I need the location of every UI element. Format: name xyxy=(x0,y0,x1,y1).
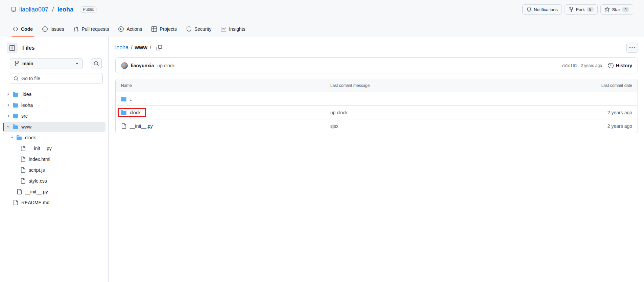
tree-item-clock[interactable]: clock xyxy=(3,133,105,143)
table-header-row: Name Last commit message Last commit dat… xyxy=(116,79,638,92)
notifications-button[interactable]: Notifications xyxy=(522,4,562,15)
tab-label: Actions xyxy=(126,26,142,32)
repo-owner-link[interactable]: liaoliao007 xyxy=(19,6,48,13)
file-icon xyxy=(20,146,26,151)
column-header-date: Last commit date xyxy=(570,83,638,88)
go-to-file-box xyxy=(10,73,103,84)
header-actions: Notifications Fork 8 Star 4 xyxy=(522,4,633,15)
collapse-sidebar-button[interactable] xyxy=(7,43,18,53)
breadcrumb-current: www xyxy=(135,45,147,51)
pull-request-icon xyxy=(73,26,79,32)
table-row-parent-dir[interactable]: .. xyxy=(116,92,638,106)
chevron-down-icon[interactable] xyxy=(10,135,17,140)
graph-icon xyxy=(221,26,226,32)
tree-item-label: leoha xyxy=(21,102,33,108)
file-icon xyxy=(20,178,26,184)
commit-author-link[interactable]: liaoyunxia xyxy=(131,63,154,68)
avatar[interactable] xyxy=(121,62,128,69)
table-row-init-py[interactable]: __init__.py sjsx 2 years ago xyxy=(116,119,638,133)
tree-item-src[interactable]: src xyxy=(3,111,105,121)
tab-code[interactable]: Code xyxy=(8,21,38,37)
init-py-file-link[interactable]: __init__.py xyxy=(121,123,153,129)
commit-date-cell: 2 years ago xyxy=(607,110,632,115)
tree-item-style-css[interactable]: style.css xyxy=(3,176,105,186)
chevron-down-icon xyxy=(76,63,78,65)
latest-commit-bar: liaoyunxia up clock 7e1d161 · 2 years ag… xyxy=(115,57,638,73)
history-button[interactable]: History xyxy=(608,63,632,68)
star-count: 4 xyxy=(622,7,629,12)
tree-item-index-html[interactable]: index.html xyxy=(3,154,105,164)
folder-open-icon xyxy=(13,124,18,130)
column-header-message: Last commit message xyxy=(330,83,570,88)
repo-name-link[interactable]: leoha xyxy=(57,6,73,13)
tree-item-leoha[interactable]: leoha xyxy=(3,100,105,110)
commit-message-link[interactable]: up clock xyxy=(157,63,174,68)
folder-open-icon xyxy=(17,135,22,140)
repo-title-separator: / xyxy=(51,6,54,13)
tab-actions[interactable]: Actions xyxy=(114,21,147,37)
tab-label: Insights xyxy=(229,26,245,32)
repo-tab-nav: Code Issues Pull requests Actions Projec… xyxy=(0,19,644,37)
commit-message-link[interactable]: sjsx xyxy=(330,123,338,129)
fork-icon xyxy=(569,7,574,12)
copy-path-button[interactable] xyxy=(155,44,163,52)
tree-item-label: .idea xyxy=(21,92,31,97)
repo-title: liaoliao007 / leoha Public xyxy=(11,6,97,13)
commit-date-cell: 2 years ago xyxy=(607,123,632,129)
entry-name: .. xyxy=(130,96,133,102)
star-icon xyxy=(604,7,610,12)
tab-projects[interactable]: Projects xyxy=(147,21,182,37)
table-row-clock[interactable]: clock up clock 2 years ago xyxy=(116,106,638,119)
sidebar-panel-icon xyxy=(9,45,15,51)
tree-item-init-py-clock[interactable]: __init__.py xyxy=(3,143,105,154)
tree-item-label: clock xyxy=(25,135,36,140)
breadcrumb: leoha / www / xyxy=(115,45,151,51)
branch-name: main xyxy=(22,61,33,66)
breadcrumb-separator: / xyxy=(131,45,132,51)
history-icon xyxy=(608,63,614,68)
chevron-right-icon[interactable] xyxy=(6,92,13,97)
tab-label: Code xyxy=(21,26,33,32)
folder-icon xyxy=(13,113,18,119)
star-label: Star xyxy=(612,7,620,12)
tree-item-readme-md[interactable]: README.md xyxy=(3,197,105,208)
tree-search-button[interactable] xyxy=(91,58,102,69)
code-icon xyxy=(13,26,18,32)
file-icon xyxy=(20,167,26,173)
more-options-button[interactable] xyxy=(626,43,638,53)
folder-icon xyxy=(13,102,18,108)
tab-pull-requests[interactable]: Pull requests xyxy=(69,21,114,37)
tree-item-init-py-www[interactable]: __init__.py xyxy=(3,187,105,197)
chevron-right-icon[interactable] xyxy=(6,102,13,108)
tree-item-idea[interactable]: .idea xyxy=(3,89,105,99)
file-tree-sidebar: Files main .idea le xyxy=(0,37,109,282)
tree-item-script-js[interactable]: script.js xyxy=(3,165,105,175)
tree-item-label: __init__.py xyxy=(29,146,52,151)
star-button[interactable]: Star 4 xyxy=(600,4,633,15)
tab-insights[interactable]: Insights xyxy=(216,21,250,37)
go-to-file-input[interactable] xyxy=(21,76,82,81)
tree-item-label: www xyxy=(21,124,31,130)
bell-icon xyxy=(526,7,532,12)
commit-message-link[interactable]: up clock xyxy=(330,110,348,115)
file-icon xyxy=(20,157,26,162)
chevron-right-icon[interactable] xyxy=(6,113,13,119)
tree-item-label: index.html xyxy=(29,157,50,162)
tab-security[interactable]: Security xyxy=(182,21,216,37)
file-icon xyxy=(13,200,18,205)
kebab-icon xyxy=(629,45,635,50)
fork-button[interactable]: Fork 8 xyxy=(565,4,598,15)
chevron-down-icon[interactable] xyxy=(6,124,13,130)
commit-sha-time[interactable]: 7e1d161 · 2 years ago xyxy=(562,63,602,68)
tree-item-www[interactable]: www xyxy=(3,122,105,132)
fork-label: Fork xyxy=(576,7,585,12)
main-content: leoha / www / liaoyunxia up clock 7e1d16… xyxy=(109,37,644,282)
fork-count: 8 xyxy=(587,7,594,12)
branch-icon xyxy=(14,61,20,66)
tab-issues[interactable]: Issues xyxy=(38,21,69,37)
parent-directory-link[interactable]: .. xyxy=(121,96,133,102)
branch-selector[interactable]: main xyxy=(10,58,83,69)
clock-folder-link-highlighted[interactable]: clock xyxy=(118,108,146,117)
breadcrumb-repo-link[interactable]: leoha xyxy=(115,45,128,51)
issue-icon xyxy=(42,26,48,32)
